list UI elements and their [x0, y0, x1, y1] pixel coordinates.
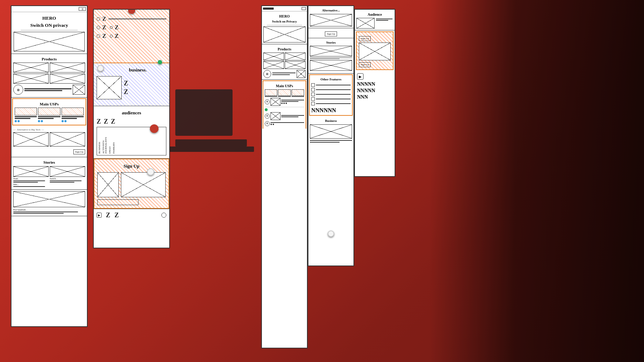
story-card-2: Switch... [50, 166, 85, 187]
c3-product-2 [285, 53, 306, 60]
c4-business-image [310, 124, 352, 139]
card3-products-title: Products [263, 47, 306, 51]
product-box-4 [50, 74, 85, 84]
radio-row-1: Z [97, 16, 166, 22]
radio-5 [110, 35, 113, 38]
signup-image-box-2 [121, 172, 166, 197]
c4-feat-3 [311, 93, 351, 96]
z-icon-5: Z [115, 33, 119, 39]
nav-bar-1 [263, 8, 274, 10]
c4-nz-lines: NNNNNN [311, 107, 351, 114]
card1-stories-title: Stories [13, 160, 85, 165]
line-1 [108, 19, 166, 19]
c4-feat-line-1 [316, 85, 351, 85]
c5-aud-1 [356, 18, 375, 29]
usp-dot-blue-4 [41, 120, 43, 122]
card4-stories-section: Stories [308, 38, 353, 74]
c4-alt-image [310, 14, 352, 26]
c4-sl-1 [310, 58, 352, 58]
c3-feature-lines-1 [281, 100, 304, 104]
radio-4 [97, 34, 100, 38]
dot-4 [270, 124, 272, 125]
card4-signup-section: Sign Up [308, 28, 353, 38]
radio-3 [110, 26, 113, 29]
card1-post-quantum-section: Post-Quantum... [11, 190, 87, 216]
card2-top-hatch: Z Z Z Z Z [94, 10, 169, 63]
card1-products-section: Products ⊗ [11, 54, 87, 98]
c4-feat-icon-3 [311, 93, 315, 96]
c4-feat-icon-1 [311, 83, 315, 87]
c3-usp-3 [292, 89, 304, 97]
monitor-stand-bg [175, 139, 247, 147]
c4-feat-1 [311, 83, 351, 87]
c4-feat-icon-2 [311, 88, 315, 91]
dot-3 [286, 103, 287, 104]
card4-features-list [311, 83, 351, 105]
card3-nav [262, 6, 307, 11]
card3-usps-title: Main USPs [265, 84, 304, 88]
card2-audiences-title: audiences [97, 110, 166, 116]
radio-1 [97, 17, 100, 21]
card2-zzz-row: Z Z Z [97, 118, 166, 125]
usp-dot-blue-1 [15, 120, 17, 122]
c3-product-row: ⊗ [263, 70, 306, 78]
card4-other-features-section: Other Features N [309, 74, 353, 116]
c3-usp-line-3 [292, 96, 304, 97]
c3-fl-5 [270, 122, 304, 123]
c3-fl-4 [281, 116, 298, 117]
c4-biz-line [310, 140, 352, 141]
card1-stories-section: Stories Team... Jobs... Switch... [11, 157, 87, 189]
c3-line-2 [272, 74, 290, 75]
story-image-1 [13, 166, 49, 177]
wf-top-bar-icon: ☰ [79, 7, 86, 11]
card1-alt-title: — Alternative to Big Tech — [13, 128, 85, 131]
c3-fl-3 [281, 115, 304, 116]
aud-label-activists: ACTIVISTS/ JOURNALISTS [102, 129, 107, 154]
c3-usp-line-2 [278, 96, 291, 97]
c3-fl-1 [281, 100, 304, 100]
card2-signup-content [97, 172, 166, 197]
card5-signup-button-2[interactable]: Sign Up [359, 62, 371, 67]
c5-z-col-1 [375, 18, 394, 29]
c3-usp-line-1 [265, 96, 277, 97]
c3-feature-box-1 [270, 98, 280, 106]
aud-z-2: Z [104, 118, 108, 125]
dot-2 [283, 103, 285, 104]
c5-signup-image [359, 43, 391, 60]
card2-business-section: business. Z Z [94, 63, 169, 106]
card1-hero-title-line1: HERO [14, 15, 85, 21]
bottom-z-2: Z [114, 212, 119, 218]
c4-feat-line-3 [316, 94, 351, 95]
card2-business-title: business. [109, 67, 166, 73]
card3-hero-image [263, 26, 306, 43]
usp-dot-blue-2 [18, 120, 20, 122]
card3-usps-section: Main USPs R [263, 80, 306, 129]
c3-feature-icon-2: R [265, 114, 270, 119]
usp-col-2 [38, 108, 60, 122]
story-image-2 [50, 166, 85, 177]
card1-alt-section: — Alternative to Big Tech — Sign Up [11, 126, 87, 157]
c3-usp-box-2 [278, 89, 291, 96]
c4-sl-2 [310, 59, 340, 59]
dot-1 [281, 103, 283, 104]
usp-box-1 [15, 108, 37, 115]
card2-bottom-section: ▶ Z Z [94, 209, 169, 221]
c3-product-lines [272, 73, 296, 75]
aud-label-business: BUSINESS [98, 142, 101, 154]
card5-bottom-section: ▶ NNNNNNNNNNNNN [355, 71, 395, 103]
product-small-box [73, 85, 85, 95]
card4-signup-button[interactable]: Sign Up [325, 31, 337, 36]
dot-5 [273, 124, 274, 125]
usp-box-2 [38, 108, 60, 115]
card4-stories-title: Stories [310, 41, 352, 45]
c5-icon-box: ▶ [357, 73, 364, 80]
c3-usp-1 [265, 89, 277, 97]
card1-signup-button[interactable]: Sign Up [73, 149, 85, 154]
card2-signup-title: Sign Up [97, 163, 166, 169]
card5-signup-button[interactable]: Sign Up [359, 36, 371, 41]
story-card-1: Team... Jobs... [13, 166, 49, 187]
card3-hero-title2: Switch on Privacy [263, 20, 306, 24]
c3-feature-icon-1: R [265, 99, 270, 104]
card4-alt-title: Alternative... [310, 9, 352, 13]
card1-stories-grid: Team... Jobs... Switch... [13, 166, 85, 187]
